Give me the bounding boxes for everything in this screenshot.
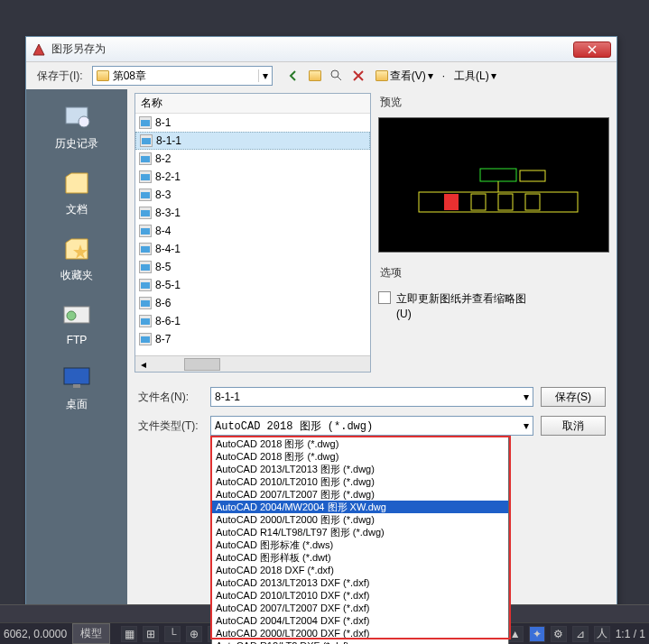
- file-row[interactable]: 8-3: [135, 186, 370, 204]
- filetype-option[interactable]: AutoCAD 图形标准 (*.dws): [212, 538, 508, 551]
- sidebar-item-documents[interactable]: 文档: [36, 162, 117, 221]
- preview-label: 预览: [378, 93, 609, 112]
- filetype-option[interactable]: AutoCAD 2013/LT2013 DXF (*.dxf): [212, 576, 508, 589]
- cancel-button[interactable]: 取消: [541, 416, 606, 436]
- file-row[interactable]: 8-3-1: [135, 204, 370, 222]
- filetype-dropdown[interactable]: AutoCAD 2018 图形 (*.dwg) ▾ AutoCAD 2018 图…: [210, 416, 533, 436]
- sidebar-item-favorites[interactable]: 收藏夹: [36, 228, 117, 287]
- dwg-file-icon: [139, 207, 152, 219]
- save-as-dialog: 图形另存为 保存于(I): 第08章 ▾ 查看(V) ▾ · 工具(L) ▾: [25, 36, 617, 610]
- workspace-icon[interactable]: ✦: [529, 626, 545, 642]
- file-list[interactable]: 8-18-1-18-28-2-18-38-3-18-48-4-18-58-5-1…: [135, 114, 370, 355]
- filetype-option[interactable]: AutoCAD 2007/LT2007 DXF (*.dxf): [212, 602, 508, 614]
- file-row[interactable]: 8-7: [135, 330, 370, 348]
- annotation-icon[interactable]: ▲: [507, 626, 524, 642]
- chevron-down-icon[interactable]: ▾: [524, 391, 529, 403]
- filetype-option[interactable]: AutoCAD 2013/LT2013 图形 (*.dwg): [212, 463, 508, 475]
- save-in-value: 第08章: [113, 69, 146, 84]
- file-row[interactable]: 8-5: [135, 258, 370, 276]
- svg-rect-6: [64, 368, 89, 384]
- sidebar-item-ftp[interactable]: FTP: [36, 294, 117, 350]
- file-row[interactable]: 8-2: [135, 150, 370, 168]
- filename-input[interactable]: 8-1-1 ▾: [210, 387, 533, 407]
- coordinates: 6062, 0.0000: [4, 628, 67, 640]
- file-row[interactable]: 8-4: [135, 222, 370, 240]
- tools-menu[interactable]: 工具(L) ▾: [450, 67, 500, 86]
- file-row[interactable]: 8-2-1: [135, 168, 370, 186]
- dwg-file-icon: [139, 297, 152, 309]
- file-row[interactable]: 8-5-1: [135, 276, 370, 294]
- search-icon[interactable]: [329, 68, 345, 84]
- svg-rect-9: [444, 194, 459, 210]
- filetype-label: 文件类型(T):: [138, 419, 199, 434]
- dwg-file-icon: [139, 243, 152, 255]
- grid-icon[interactable]: ▦: [121, 626, 137, 642]
- svg-rect-10: [471, 194, 486, 210]
- update-thumbnail-label: 立即更新图纸并查看缩略图(U): [396, 291, 541, 322]
- preview-box: [378, 117, 609, 253]
- save-button[interactable]: 保存(S): [541, 387, 606, 407]
- sidebar-item-desktop[interactable]: 桌面: [36, 357, 117, 416]
- svg-point-5: [67, 311, 76, 320]
- delete-icon[interactable]: [350, 68, 366, 84]
- chevron-down-icon: ▾: [258, 69, 268, 82]
- back-icon[interactable]: [285, 68, 301, 84]
- filetype-option[interactable]: AutoCAD 2004/LT2004 DXF (*.dxf): [212, 614, 508, 627]
- person-icon[interactable]: 人: [594, 626, 610, 642]
- polar-icon[interactable]: ⊕: [186, 626, 202, 642]
- zoom-ratio: 1:1 / 1: [616, 628, 645, 640]
- filename-label: 文件名(N):: [138, 390, 199, 405]
- gear-icon[interactable]: ⚙: [551, 626, 567, 642]
- filetype-option[interactable]: AutoCAD 2000/LT2000 DXF (*.dxf): [212, 627, 508, 639]
- filetype-option[interactable]: AutoCAD R12/LT2 DXF (*.dxf): [212, 639, 508, 644]
- column-header-name[interactable]: 名称: [135, 94, 370, 114]
- filetype-option[interactable]: AutoCAD 2007/LT2007 图形 (*.dwg): [212, 488, 508, 501]
- file-row[interactable]: 8-1: [135, 114, 370, 132]
- up-folder-icon[interactable]: [307, 68, 323, 84]
- close-button[interactable]: [573, 41, 611, 58]
- units-icon[interactable]: ⊿: [572, 626, 589, 642]
- filetype-option[interactable]: AutoCAD 2010/LT2010 DXF (*.dxf): [212, 589, 508, 602]
- filetype-option[interactable]: AutoCAD 图形样板 (*.dwt): [212, 551, 508, 564]
- folder-icon: [97, 70, 109, 81]
- ortho-icon[interactable]: └: [164, 626, 181, 642]
- svg-rect-7: [73, 384, 80, 388]
- snap-icon[interactable]: ⊞: [143, 626, 159, 642]
- dwg-file-icon: [139, 189, 152, 201]
- filetype-option[interactable]: AutoCAD 2018 DXF (*.dxf): [212, 564, 508, 576]
- file-row[interactable]: 8-6: [135, 294, 370, 312]
- svg-rect-13: [480, 169, 516, 181]
- svg-rect-14: [520, 170, 545, 181]
- file-list-pane: 名称 8-18-1-18-28-2-18-38-3-18-48-4-18-58-…: [134, 93, 371, 373]
- dwg-file-icon: [139, 152, 152, 165]
- dwg-file-icon: [139, 315, 152, 327]
- folder-icon: [375, 70, 388, 81]
- filetype-option[interactable]: AutoCAD 2018 图形 (*.dwg): [212, 437, 508, 450]
- dwg-file-icon: [139, 279, 152, 291]
- options-label: 选项: [378, 263, 609, 282]
- dwg-file-icon: [140, 134, 153, 147]
- svg-line-1: [338, 77, 341, 80]
- view-menu[interactable]: 查看(V) ▾: [372, 67, 437, 86]
- file-row[interactable]: 8-6-1: [135, 312, 370, 330]
- filetype-dropdown-list[interactable]: AutoCAD 2018 图形 (*.dwg)AutoCAD 2018 图形 (…: [211, 437, 509, 644]
- dwg-file-icon: [139, 261, 152, 273]
- filetype-option[interactable]: AutoCAD 2018 图形 (*.dwg): [212, 450, 508, 463]
- dwg-file-icon: [139, 116, 152, 129]
- dwg-file-icon: [139, 225, 152, 237]
- svg-rect-11: [498, 194, 513, 210]
- filetype-option[interactable]: AutoCAD 2010/LT2010 图形 (*.dwg): [212, 475, 508, 488]
- filetype-option[interactable]: AutoCAD R14/LT98/LT97 图形 (*.dwg): [212, 526, 508, 538]
- save-in-label: 保存于(I):: [37, 69, 83, 84]
- model-tab[interactable]: 模型: [72, 623, 110, 644]
- dwg-file-icon: [139, 333, 152, 345]
- chevron-down-icon[interactable]: ▾: [524, 419, 529, 432]
- horizontal-scrollbar[interactable]: ◂: [135, 355, 370, 372]
- filetype-option[interactable]: AutoCAD 2004/MW2004 图形 XW.dwg: [212, 501, 508, 513]
- file-row[interactable]: 8-1-1: [135, 132, 370, 150]
- update-thumbnail-checkbox[interactable]: [378, 291, 391, 304]
- save-in-dropdown[interactable]: 第08章 ▾: [92, 66, 273, 86]
- filetype-option[interactable]: AutoCAD 2000/LT2000 图形 (*.dwg): [212, 513, 508, 526]
- file-row[interactable]: 8-4-1: [135, 240, 370, 258]
- sidebar-item-history[interactable]: 历史记录: [36, 97, 117, 155]
